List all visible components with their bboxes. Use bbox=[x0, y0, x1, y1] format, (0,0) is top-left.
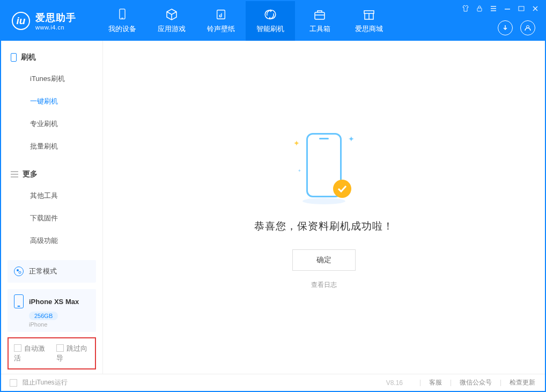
tab-label: 爱思商城 bbox=[355, 24, 383, 34]
divider bbox=[451, 380, 451, 386]
device-icon bbox=[14, 294, 24, 308]
svg-rect-9 bbox=[519, 6, 524, 11]
brand-url: www.i4.cn bbox=[35, 24, 76, 31]
device-card[interactable]: iPhone XS Max 256GB iPhone bbox=[8, 289, 96, 332]
sparkle-icon: ✦ bbox=[348, 135, 355, 143]
tab-my-device[interactable]: 我的设备 bbox=[98, 1, 147, 41]
checkbox-label: 阻止iTunes运行 bbox=[23, 378, 68, 387]
logo-icon: iu bbox=[12, 12, 30, 30]
device-name: iPhone XS Max bbox=[29, 298, 79, 306]
svg-point-14 bbox=[19, 271, 21, 273]
shadow bbox=[302, 198, 345, 204]
svg-rect-4 bbox=[477, 8, 482, 11]
svg-rect-0 bbox=[120, 9, 125, 19]
header: iu 爱思助手 www.i4.cn 我的设备 应用游戏 铃声壁纸 智能刷机 bbox=[1, 1, 545, 41]
device-sub: iPhone bbox=[29, 321, 90, 328]
success-illustration: ✦ ✦ ✦ bbox=[294, 125, 353, 205]
checkbox-icon bbox=[10, 379, 17, 387]
tab-smart-flash[interactable]: 智能刷机 bbox=[246, 1, 295, 41]
phone-icon bbox=[11, 53, 17, 62]
checkbox-skip-wizard[interactable]: 跳过向导 bbox=[56, 344, 90, 363]
user-icon[interactable] bbox=[520, 20, 535, 35]
status-link-update[interactable]: 检查更新 bbox=[508, 378, 536, 387]
tab-label: 智能刷机 bbox=[256, 24, 284, 34]
minimize-icon[interactable] bbox=[503, 4, 512, 13]
tab-label: 应用游戏 bbox=[158, 24, 186, 34]
top-tabs: 我的设备 应用游戏 铃声壁纸 智能刷机 工具箱 爱思商城 bbox=[98, 1, 394, 41]
mode-label: 正常模式 bbox=[29, 267, 57, 276]
mode-card[interactable]: 正常模式 bbox=[8, 260, 96, 283]
section-title: 更多 bbox=[1, 166, 102, 184]
status-bar: 阻止iTunes运行 V8.16 客服 微信公众号 检查更新 bbox=[1, 374, 545, 391]
checkbox-icon bbox=[56, 344, 64, 352]
content-area: ✦ ✦ ✦ 恭喜您，保资料刷机成功啦！ 确定 查看日志 bbox=[103, 41, 545, 374]
checkbox-block-itunes[interactable]: 阻止iTunes运行 bbox=[10, 378, 68, 387]
mode-icon bbox=[14, 267, 24, 276]
section-title: 刷机 bbox=[1, 49, 102, 68]
refresh-icon bbox=[264, 8, 277, 21]
svg-rect-3 bbox=[315, 12, 324, 19]
toolbox-icon bbox=[313, 8, 326, 21]
tab-toolbox[interactable]: 工具箱 bbox=[295, 1, 344, 41]
logo-text: 爱思助手 www.i4.cn bbox=[35, 11, 76, 31]
tab-label: 我的设备 bbox=[108, 24, 136, 34]
sidebar-section-more: 更多 其他工具 下载固件 高级功能 bbox=[1, 158, 102, 252]
checkbox-icon bbox=[14, 344, 21, 352]
checkbox-auto-activate[interactable]: 自动激活 bbox=[14, 344, 48, 363]
svg-rect-2 bbox=[217, 10, 225, 19]
sidebar-item-itunes-flash[interactable]: iTunes刷机 bbox=[1, 68, 102, 90]
header-actions bbox=[498, 20, 535, 35]
sidebar: 刷机 iTunes刷机 一键刷机 专业刷机 批量刷机 更多 其他工具 下载固件 … bbox=[1, 41, 103, 374]
music-icon bbox=[215, 8, 227, 21]
success-message: 恭喜您，保资料刷机成功啦！ bbox=[254, 219, 394, 233]
sidebar-section-flash: 刷机 iTunes刷机 一键刷机 专业刷机 批量刷机 bbox=[1, 41, 102, 158]
sparkle-icon: ✦ bbox=[293, 139, 300, 147]
sidebar-item-other-tools[interactable]: 其他工具 bbox=[1, 184, 102, 207]
maximize-icon[interactable] bbox=[517, 4, 526, 13]
cube-icon bbox=[165, 8, 178, 21]
tab-store[interactable]: 爱思商城 bbox=[344, 1, 394, 41]
sidebar-item-advanced[interactable]: 高级功能 bbox=[1, 230, 102, 252]
shirt-icon[interactable] bbox=[461, 4, 470, 13]
tab-apps-games[interactable]: 应用游戏 bbox=[147, 1, 196, 41]
check-badge-icon bbox=[333, 180, 351, 198]
sidebar-item-download-firmware[interactable]: 下载固件 bbox=[1, 207, 102, 230]
window-controls bbox=[461, 4, 540, 13]
close-icon[interactable] bbox=[531, 4, 540, 13]
status-link-wechat[interactable]: 微信公众号 bbox=[459, 378, 493, 387]
logo-area: iu 爱思助手 www.i4.cn bbox=[1, 1, 98, 41]
menu-icon[interactable] bbox=[489, 4, 498, 13]
divider bbox=[500, 380, 501, 386]
svg-point-13 bbox=[17, 269, 19, 271]
body: 刷机 iTunes刷机 一键刷机 专业刷机 批量刷机 更多 其他工具 下载固件 … bbox=[1, 41, 545, 374]
sparkle-icon: ✦ bbox=[298, 168, 301, 173]
sidebar-item-oneclick-flash[interactable]: 一键刷机 bbox=[1, 90, 102, 113]
sidebar-item-pro-flash[interactable]: 专业刷机 bbox=[1, 113, 102, 135]
brand-name: 爱思助手 bbox=[35, 11, 76, 24]
tab-label: 工具箱 bbox=[309, 24, 330, 34]
tab-ringtones-wallpapers[interactable]: 铃声壁纸 bbox=[196, 1, 246, 41]
version-label: V8.16 bbox=[386, 379, 403, 387]
app-window: iu 爱思助手 www.i4.cn 我的设备 应用游戏 铃声壁纸 智能刷机 bbox=[0, 0, 546, 392]
device-icon bbox=[116, 8, 129, 21]
sidebar-item-batch-flash[interactable]: 批量刷机 bbox=[1, 135, 102, 158]
tab-label: 铃声壁纸 bbox=[207, 24, 235, 34]
list-icon bbox=[11, 171, 18, 177]
lock-icon[interactable] bbox=[475, 4, 484, 13]
store-icon bbox=[363, 8, 375, 21]
section-title-text: 更多 bbox=[23, 169, 38, 179]
status-link-support[interactable]: 客服 bbox=[428, 378, 443, 387]
divider bbox=[420, 380, 420, 386]
view-log-link[interactable]: 查看日志 bbox=[311, 280, 337, 290]
section-title-text: 刷机 bbox=[21, 53, 36, 62]
device-capacity: 256GB bbox=[29, 312, 58, 320]
ok-button[interactable]: 确定 bbox=[292, 249, 356, 271]
device-row: iPhone XS Max bbox=[14, 294, 90, 308]
bottom-options: 自动激活 跳过向导 bbox=[8, 337, 96, 369]
download-icon[interactable] bbox=[498, 20, 513, 35]
